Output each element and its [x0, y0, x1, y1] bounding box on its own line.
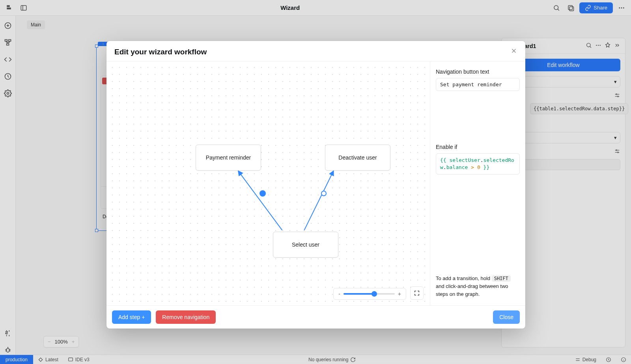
graph-zoom-in-icon[interactable]: + — [398, 291, 401, 297]
history-icon[interactable] — [4, 72, 12, 82]
svg-line-28 — [590, 46, 591, 48]
svg-point-10 — [623, 7, 624, 8]
panel-toggle-icon[interactable] — [18, 2, 29, 13]
zoom-in-icon[interactable]: + — [72, 339, 75, 345]
svg-point-9 — [621, 7, 622, 8]
edge-handle-filled[interactable] — [259, 190, 266, 197]
svg-rect-14 — [5, 40, 7, 41]
transition-hint: To add a transition, hold SHIFT and clic… — [436, 275, 520, 298]
close-button[interactable]: Close — [493, 310, 520, 324]
enable-if-label: Enable if — [436, 144, 520, 150]
add-icon[interactable] — [4, 22, 12, 31]
tab-main[interactable]: Main — [27, 20, 45, 29]
svg-point-39 — [618, 152, 619, 153]
node-payment-reminder[interactable]: Payment reminder — [196, 145, 261, 171]
state-icon[interactable] — [4, 329, 12, 338]
clock-icon[interactable] — [601, 357, 616, 362]
svg-line-5 — [558, 9, 559, 11]
svg-point-4 — [554, 6, 558, 10]
env-chip[interactable]: production — [0, 355, 33, 364]
edge-handle-hollow[interactable] — [321, 191, 327, 196]
code-icon[interactable] — [4, 56, 12, 65]
node-select-user[interactable]: Select user — [273, 232, 338, 258]
enable-if-input[interactable]: {{ selectUser.selectedRow.balance > 0 }} — [436, 153, 520, 175]
modal-title: Edit your wizard workflow — [114, 48, 207, 56]
properties-pane: Navigation button text Set payment remin… — [430, 61, 525, 305]
ide-version[interactable]: IDE v3 — [63, 357, 94, 362]
svg-rect-0 — [7, 5, 10, 7]
svg-point-31 — [599, 45, 600, 46]
svg-rect-6 — [568, 6, 573, 10]
debug-bug-icon[interactable] — [4, 346, 12, 355]
svg-point-30 — [598, 45, 599, 46]
svg-rect-16 — [6, 44, 9, 45]
inspector-more-icon[interactable] — [595, 42, 601, 50]
current-step-code[interactable]: {{table1.selectedRow.data.step}} — [530, 103, 628, 114]
zoom-value: 100% — [55, 339, 68, 345]
svg-rect-15 — [8, 40, 11, 41]
svg-rect-19 — [6, 348, 9, 352]
svg-line-50 — [304, 171, 333, 230]
canvas-zoom[interactable]: − 100% + — [43, 336, 79, 347]
zoom-out-icon[interactable]: − — [48, 339, 51, 345]
svg-rect-2 — [21, 6, 26, 10]
nav-text-label: Navigation button text — [436, 69, 520, 75]
remove-navigation-button[interactable]: Remove navigation — [156, 310, 216, 324]
svg-point-18 — [7, 93, 9, 95]
close-icon[interactable] — [510, 47, 517, 56]
nav-text-input[interactable]: Set payment reminder — [436, 78, 520, 91]
info-icon[interactable] — [616, 357, 631, 362]
more-icon[interactable] — [616, 2, 627, 13]
svg-point-38 — [616, 150, 617, 151]
workflow-modal: Edit your wizard workflow Payment remind… — [106, 41, 525, 329]
svg-point-34 — [616, 94, 617, 95]
svg-line-49 — [239, 171, 282, 230]
tree-icon[interactable] — [4, 39, 12, 48]
svg-point-8 — [619, 7, 620, 8]
share-button[interactable]: Share — [579, 2, 613, 13]
graph-zoom-slider[interactable] — [344, 293, 395, 295]
top-toolbar: Wizard Share — [0, 0, 631, 16]
svg-point-29 — [596, 45, 597, 46]
left-rail — [0, 16, 16, 355]
preview-icon[interactable] — [565, 2, 576, 13]
svg-point-35 — [618, 96, 619, 97]
debug-toggle[interactable]: Debug — [570, 357, 601, 362]
svg-rect-40 — [69, 358, 73, 361]
graph-zoom[interactable]: - + — [333, 288, 406, 300]
pin-icon[interactable] — [605, 42, 611, 50]
svg-point-27 — [587, 43, 590, 47]
status-bar: production Latest IDE v3 No queries runn… — [0, 355, 631, 364]
workflow-graph[interactable]: Payment reminder Deactivate user Select … — [106, 61, 430, 305]
queries-status[interactable]: No queries running — [304, 357, 360, 362]
app-title: Wizard — [29, 4, 551, 11]
settings-icon[interactable] — [4, 89, 12, 98]
graph-zoom-out-icon[interactable]: - — [338, 291, 340, 297]
search-icon[interactable] — [551, 2, 562, 13]
add-step-button[interactable]: Add step + — [112, 310, 151, 324]
svg-rect-1 — [7, 7, 11, 9]
release-chip[interactable]: Latest — [33, 357, 63, 362]
svg-rect-7 — [569, 7, 574, 11]
inspector-search-icon[interactable] — [586, 42, 592, 50]
fullscreen-button[interactable] — [410, 286, 424, 300]
node-deactivate-user[interactable]: Deactivate user — [325, 145, 390, 171]
share-label: Share — [594, 5, 607, 11]
collapse-icon[interactable] — [614, 42, 620, 50]
logo-icon[interactable] — [4, 2, 15, 13]
